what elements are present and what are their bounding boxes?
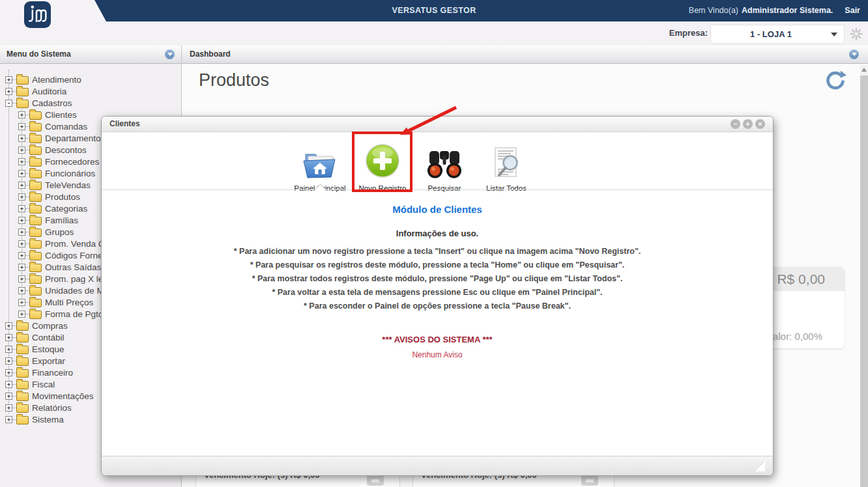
tree-item-label[interactable]: Contábil: [32, 333, 65, 342]
tree-expand-toggle[interactable]: +: [18, 275, 25, 283]
close-button[interactable]: ×: [755, 119, 765, 129]
folder-icon: [16, 393, 29, 401]
chevron-down-icon: [831, 33, 837, 36]
tree-expand-toggle[interactable]: +: [18, 182, 25, 189]
tree-item-label[interactable]: Forma de Pgto: [45, 309, 103, 319]
maximize-button[interactable]: +: [743, 119, 753, 129]
scroll-up-arrow-icon[interactable]: [861, 68, 867, 72]
tree-expand-toggle[interactable]: +: [18, 252, 25, 259]
logout-link[interactable]: Sair: [845, 0, 860, 21]
tree-expand-toggle[interactable]: +: [5, 88, 12, 95]
tree-expand-toggle[interactable]: +: [18, 205, 25, 212]
tree-expand-toggle[interactable]: +: [18, 146, 25, 154]
tree-expand-toggle[interactable]: +: [18, 240, 25, 247]
tree-item-label[interactable]: Categorias: [45, 204, 87, 214]
pesquisar-button[interactable]: Pesquisar: [413, 132, 476, 192]
usage-info-heading: Informações de uso.: [102, 229, 773, 238]
tree-item-label[interactable]: Relatórios: [32, 403, 72, 413]
panel-collapse-button[interactable]: [848, 49, 860, 60]
tree-item-label[interactable]: Clientes: [45, 110, 77, 120]
modal-title-bar[interactable]: Clientes − + ×: [102, 117, 773, 132]
vertical-scrollbar[interactable]: [860, 65, 868, 487]
tree-expand-toggle[interactable]: +: [5, 76, 12, 83]
tree-expand-toggle[interactable]: +: [18, 170, 25, 177]
tree-item-label[interactable]: Prom. Venda C: [45, 239, 105, 249]
tree-expand-toggle[interactable]: +: [18, 311, 25, 318]
tree-item-label[interactable]: Fiscal: [32, 380, 55, 389]
tree-item-label[interactable]: Multi Preços: [45, 298, 93, 307]
toolbar-item-label: Listar Todos: [486, 184, 527, 192]
jm-logo-icon[interactable]: [24, 1, 51, 31]
folder-icon: [16, 88, 29, 96]
sidebar-collapse-button[interactable]: [164, 49, 175, 60]
tree-expand-toggle[interactable]: +: [18, 158, 25, 165]
tree-expand-toggle[interactable]: +: [18, 135, 25, 142]
tree-item[interactable]: +Atendimento: [0, 74, 181, 85]
tree-item-label[interactable]: Produtos: [45, 192, 80, 202]
tree-item-label[interactable]: Famílias: [45, 216, 78, 225]
tree-expand-toggle[interactable]: +: [18, 111, 25, 118]
tree-item-label[interactable]: Grupos: [45, 227, 74, 237]
tree-expand-toggle[interactable]: +: [5, 369, 12, 376]
tree-expand-toggle[interactable]: +: [18, 264, 25, 271]
scrollbar-thumb[interactable]: [860, 76, 868, 487]
folder-icon: [29, 205, 42, 214]
tree-expand-toggle[interactable]: +: [18, 299, 25, 306]
novo-registro-button[interactable]: Novo Registro: [351, 132, 414, 192]
resize-grip[interactable]: [755, 461, 765, 471]
listar-todos-button[interactable]: Listar Todos: [475, 132, 538, 192]
folder-icon: [29, 158, 42, 167]
tree-item-label[interactable]: Unidades de M: [45, 286, 104, 296]
refresh-icon[interactable]: [824, 69, 847, 95]
tree-expand-toggle[interactable]: +: [18, 217, 25, 224]
tree-item-label[interactable]: Sistema: [32, 415, 64, 424]
tree-item-label[interactable]: Descontos: [45, 145, 87, 155]
instruction-line: * Para adicionar um novo registro pressi…: [102, 245, 773, 258]
tree-expand-toggle[interactable]: +: [5, 404, 12, 411]
tree-item-label[interactable]: TeleVendas: [45, 180, 91, 190]
tree-item-label[interactable]: Outras Saídas: [45, 262, 101, 272]
tree-item-label[interactable]: Atendimento: [32, 75, 81, 85]
tree-item-label[interactable]: Estoque: [32, 344, 65, 354]
tree-item-label[interactable]: Financeiro: [32, 368, 73, 378]
loading-spinner-icon: [849, 27, 863, 44]
sidebar-header: Menu do Sistema: [0, 46, 181, 64]
tree-expand-toggle[interactable]: +: [5, 322, 12, 329]
tree-item-label[interactable]: Movimentações: [32, 391, 94, 401]
tree-expand-toggle[interactable]: +: [5, 416, 12, 423]
tree-item-label[interactable]: Fornecedores: [45, 157, 99, 167]
tab-dashboard[interactable]: Dashboard: [181, 46, 868, 63]
tree-expand-toggle[interactable]: +: [18, 123, 25, 130]
welcome-text: Bem Vindo(a)Administrador Sistema.: [689, 0, 833, 21]
tree-item-label[interactable]: Códigos Forne: [45, 251, 103, 260]
folder-icon: [16, 334, 29, 342]
tree-expand-toggle[interactable]: +: [18, 229, 25, 236]
chevron-down-icon: [167, 53, 173, 56]
tree-item-label[interactable]: Exportar: [32, 356, 65, 366]
folder-icon: [29, 252, 42, 260]
folder-icon: [29, 240, 42, 249]
instruction-line: * Para pesquisar os registros deste módu…: [102, 258, 773, 272]
company-select[interactable]: 1 - LOJA 1: [710, 25, 845, 44]
tree-expand-toggle[interactable]: +: [5, 346, 12, 353]
tree-item-label[interactable]: Funcionários: [45, 169, 95, 178]
minimize-button[interactable]: −: [731, 119, 740, 129]
tree-item-label[interactable]: Compras: [32, 321, 68, 331]
chevron-down-icon: [852, 53, 857, 56]
tree-item[interactable]: -Cadastros: [0, 97, 181, 109]
tree-item[interactable]: +Auditoria: [0, 85, 181, 97]
tree-expand-toggle[interactable]: +: [5, 393, 12, 400]
tree-item-label[interactable]: Prom. pag X le: [45, 274, 103, 284]
tree-item-label[interactable]: Cadastros: [32, 98, 72, 108]
tree-item-label[interactable]: Departamento: [45, 133, 101, 143]
tree-item-label[interactable]: Auditoria: [32, 87, 66, 96]
tree-expand-toggle[interactable]: +: [5, 357, 12, 365]
tree-expand-toggle[interactable]: +: [18, 193, 25, 201]
tree-expand-toggle[interactable]: -: [5, 100, 12, 107]
tree-expand-toggle[interactable]: +: [18, 287, 25, 294]
tree-item-label[interactable]: Comandas: [45, 122, 87, 132]
tree-expand-toggle[interactable]: +: [5, 334, 12, 341]
page-title: Produtos: [199, 70, 269, 90]
tree-expand-toggle[interactable]: +: [5, 381, 12, 388]
user-name: Administrador Sistema.: [742, 6, 833, 15]
